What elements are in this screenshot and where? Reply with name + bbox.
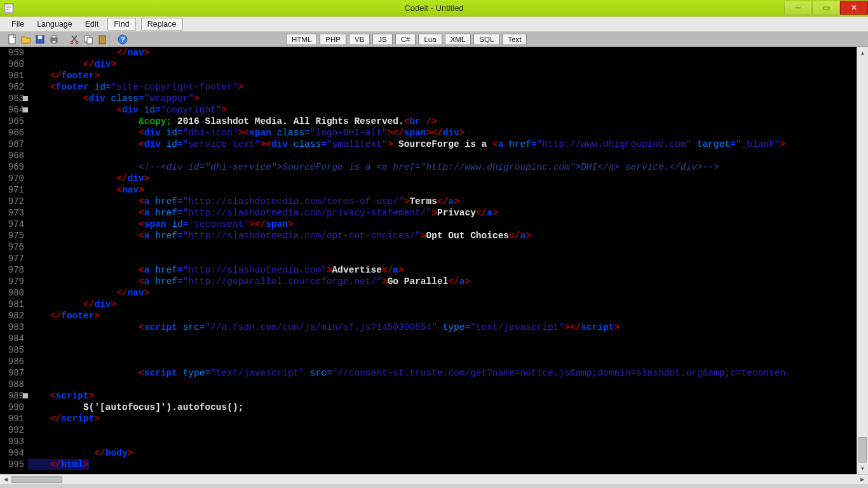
lang-button-js[interactable]: JS	[372, 34, 392, 45]
line-number: 959	[0, 47, 24, 58]
code-line[interactable]: </div>	[28, 173, 868, 184]
code-line[interactable]: <nav>	[28, 184, 868, 196]
menubar: File Language Edit Find Replace	[0, 17, 868, 32]
menu-edit[interactable]: Edit	[79, 18, 105, 30]
line-number: 993	[0, 436, 24, 447]
line-gutter: 9599609619629639649659669679689699709719…	[0, 47, 28, 474]
save-icon[interactable]	[34, 34, 46, 45]
window-controls: ─ ▭ ✕	[784, 0, 868, 17]
code-line[interactable]: </script>	[28, 413, 868, 424]
lang-button-xml[interactable]: XML	[445, 34, 471, 45]
code-line[interactable]	[28, 344, 868, 356]
vertical-scrollbar[interactable]: ▲ ▼	[857, 47, 868, 474]
menu-replace[interactable]: Replace	[141, 18, 183, 30]
lang-button-csharp[interactable]: C#	[395, 34, 416, 45]
editor[interactable]: 9599609619629639649659669679689699709719…	[0, 47, 868, 474]
svg-rect-5	[52, 36, 56, 38]
code-line[interactable]	[28, 356, 868, 367]
line-number: 966	[0, 127, 24, 139]
code-line[interactable]: <span id='teconsent'></span>	[28, 219, 868, 230]
code-line[interactable]	[28, 253, 868, 264]
code-line[interactable]: </nav>	[28, 47, 868, 58]
line-number: 994	[0, 447, 24, 459]
lang-button-sql[interactable]: SQL	[473, 34, 499, 45]
lang-button-html[interactable]: HTML	[286, 34, 317, 45]
code-line[interactable]: <div id="copyright">	[28, 104, 868, 116]
fold-marker-icon[interactable]	[23, 96, 28, 101]
svg-rect-10	[87, 37, 92, 44]
code-line[interactable]	[28, 379, 868, 390]
code-line[interactable]: </footer>	[28, 70, 868, 81]
code-line[interactable]: &copy; 2016 Slashdot Media. All Rights R…	[28, 116, 868, 127]
code-line[interactable]: <a href="http://slashdotmedia.com">Adver…	[28, 264, 868, 276]
line-number: 963	[0, 93, 24, 104]
code-line[interactable]	[28, 424, 868, 436]
line-number: 961	[0, 70, 24, 81]
code-line[interactable]: </footer>	[28, 310, 868, 322]
app-icon	[4, 3, 14, 13]
paste-icon[interactable]	[97, 34, 108, 45]
line-number: 964	[0, 104, 24, 116]
open-file-icon[interactable]	[20, 34, 32, 45]
scroll-up-arrow[interactable]: ▲	[857, 47, 868, 58]
code-line[interactable]: <a href="http://slashdotmedia.com/terms-…	[28, 196, 868, 207]
menu-language[interactable]: Language	[31, 18, 79, 30]
maximize-button[interactable]: ▭	[812, 1, 840, 15]
code-line[interactable]	[28, 150, 868, 161]
code-line[interactable]	[28, 333, 868, 344]
code-line[interactable]: <a href="http://goparallel.sourceforge.n…	[28, 276, 868, 287]
scroll-right-arrow[interactable]: ▶	[857, 475, 868, 484]
code-line[interactable]: $('[autofocus]').autofocus();	[28, 402, 868, 413]
code-line[interactable]: <div class="wrapper">	[28, 93, 868, 104]
line-number: 968	[0, 150, 24, 161]
code-line[interactable]: <div id="service-text"><div class="small…	[28, 139, 868, 150]
code-line[interactable]: <footer id="site-copyright-footer">	[28, 81, 868, 93]
code-line[interactable]: <!--<div id="dhi-service">SourceForge is…	[28, 161, 868, 173]
code-line[interactable]: </body>	[28, 447, 868, 459]
svg-text:?: ?	[121, 36, 125, 43]
svg-rect-6	[52, 41, 56, 43]
code-line[interactable]: <div id="dhi-icon"><span class="logo-DHI…	[28, 127, 868, 139]
copy-icon[interactable]	[83, 34, 94, 45]
fold-marker-icon[interactable]	[23, 393, 28, 398]
close-button[interactable]: ✕	[840, 1, 868, 15]
code-line[interactable]: <a href="http://slashdotmedia.com/privac…	[28, 207, 868, 219]
line-number: 965	[0, 116, 24, 127]
cut-icon[interactable]	[69, 34, 80, 45]
line-number: 983	[0, 322, 24, 333]
lang-button-php[interactable]: PHP	[320, 34, 346, 45]
code-line[interactable]: <script>	[28, 390, 868, 402]
code-line[interactable]: </div>	[28, 58, 868, 70]
code-line[interactable]: </html>	[28, 459, 868, 470]
code-line[interactable]	[28, 241, 868, 253]
scroll-thumb-h[interactable]	[11, 476, 62, 483]
horizontal-scrollbar[interactable]: ◀ ▶	[0, 474, 868, 484]
code-line[interactable]: <script type="text/javascript" src="//co…	[28, 367, 868, 379]
svg-rect-1	[9, 35, 15, 44]
window-title: Codeit - Untitled	[404, 3, 463, 13]
scroll-left-arrow[interactable]: ◀	[0, 475, 11, 484]
svg-rect-12	[101, 35, 104, 37]
lang-button-vb[interactable]: VB	[349, 34, 370, 45]
new-file-icon[interactable]	[6, 34, 18, 45]
line-number: 992	[0, 424, 24, 436]
lang-button-lua[interactable]: Lua	[418, 34, 442, 45]
lang-button-text[interactable]: Text	[502, 34, 527, 45]
line-number: 980	[0, 287, 24, 299]
menu-file[interactable]: File	[5, 18, 31, 30]
code-line[interactable]	[28, 436, 868, 447]
menu-find[interactable]: Find	[107, 18, 135, 30]
scroll-thumb-v[interactable]	[858, 437, 867, 463]
fold-marker-icon[interactable]	[23, 107, 28, 112]
code-line[interactable]: <script src="//a.fsdn.com/con/js/min/sf.…	[28, 322, 868, 333]
code-line[interactable]: </nav>	[28, 287, 868, 299]
line-number: 962	[0, 81, 24, 93]
scroll-down-arrow[interactable]: ▼	[857, 463, 868, 474]
print-icon[interactable]	[48, 34, 60, 45]
help-icon[interactable]: ?	[117, 34, 128, 45]
code-line[interactable]: <a href="http://slashdotmedia.com/opt-ou…	[28, 230, 868, 241]
line-number: 989	[0, 390, 24, 402]
minimize-button[interactable]: ─	[784, 1, 812, 15]
code-area[interactable]: </nav> </div> </footer> <footer id="site…	[28, 47, 868, 474]
code-line[interactable]: </div>	[28, 299, 868, 310]
